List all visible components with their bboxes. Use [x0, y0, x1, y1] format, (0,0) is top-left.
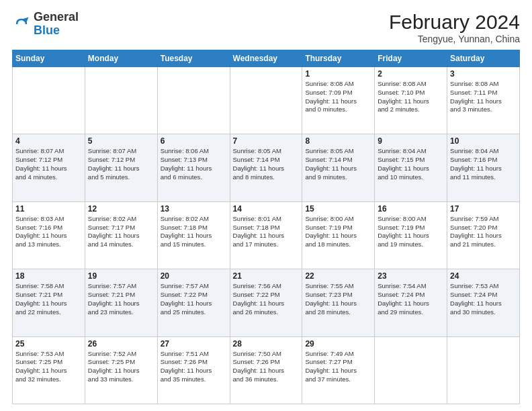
calendar-cell: 27Sunrise: 7:51 AM Sunset: 7:26 PM Dayli… [157, 336, 230, 404]
day-info: Sunrise: 7:53 AM Sunset: 7:25 PM Dayligh… [15, 350, 82, 384]
day-number: 9 [378, 136, 444, 146]
calendar-cell: 12Sunrise: 8:02 AM Sunset: 7:17 PM Dayli… [85, 201, 157, 269]
calendar-cell: 20Sunrise: 7:57 AM Sunset: 7:22 PM Dayli… [157, 269, 230, 336]
day-info: Sunrise: 7:57 AM Sunset: 7:21 PM Dayligh… [88, 282, 154, 316]
day-info: Sunrise: 8:05 AM Sunset: 7:14 PM Dayligh… [233, 147, 300, 181]
day-info: Sunrise: 7:53 AM Sunset: 7:24 PM Dayligh… [450, 282, 517, 316]
calendar-cell: 26Sunrise: 7:52 AM Sunset: 7:25 PM Dayli… [85, 336, 157, 404]
calendar-cell: 3Sunrise: 8:08 AM Sunset: 7:11 PM Daylig… [447, 67, 520, 134]
calendar-cell: 19Sunrise: 7:57 AM Sunset: 7:21 PM Dayli… [85, 269, 157, 336]
calendar-cell: 14Sunrise: 8:01 AM Sunset: 7:18 PM Dayli… [230, 201, 302, 269]
day-info: Sunrise: 7:59 AM Sunset: 7:20 PM Dayligh… [450, 215, 517, 249]
month-year: February 2024 [389, 11, 520, 34]
day-number: 5 [88, 136, 154, 146]
day-number: 23 [378, 271, 444, 281]
day-number: 17 [450, 204, 517, 214]
day-number: 25 [15, 339, 82, 349]
day-number: 8 [305, 136, 371, 146]
calendar-cell [375, 336, 447, 404]
logo: General Blue [12, 11, 79, 38]
calendar-cell: 2Sunrise: 8:08 AM Sunset: 7:10 PM Daylig… [375, 67, 447, 134]
calendar-cell: 9Sunrise: 8:04 AM Sunset: 7:15 PM Daylig… [375, 134, 447, 201]
day-number: 26 [88, 339, 154, 349]
day-number: 1 [305, 69, 371, 79]
calendar-cell: 15Sunrise: 8:00 AM Sunset: 7:19 PM Dayli… [302, 201, 375, 269]
day-number: 16 [378, 204, 444, 214]
day-info: Sunrise: 8:06 AM Sunset: 7:13 PM Dayligh… [161, 147, 227, 181]
day-number: 24 [450, 271, 517, 281]
calendar-cell [447, 336, 520, 404]
day-info: Sunrise: 7:54 AM Sunset: 7:24 PM Dayligh… [378, 282, 444, 316]
day-info: Sunrise: 8:04 AM Sunset: 7:15 PM Dayligh… [378, 147, 444, 181]
calendar-cell: 28Sunrise: 7:50 AM Sunset: 7:26 PM Dayli… [230, 336, 302, 404]
calendar-cell: 17Sunrise: 7:59 AM Sunset: 7:20 PM Dayli… [447, 201, 520, 269]
day-info: Sunrise: 8:00 AM Sunset: 7:19 PM Dayligh… [378, 215, 444, 249]
day-info: Sunrise: 7:56 AM Sunset: 7:22 PM Dayligh… [233, 282, 300, 316]
calendar-cell: 4Sunrise: 8:07 AM Sunset: 7:12 PM Daylig… [13, 134, 85, 201]
day-info: Sunrise: 7:51 AM Sunset: 7:26 PM Dayligh… [161, 350, 227, 384]
col-friday: Friday [375, 50, 447, 67]
day-number: 11 [15, 204, 82, 214]
day-number: 14 [233, 204, 300, 214]
day-number: 12 [88, 204, 154, 214]
day-info: Sunrise: 8:08 AM Sunset: 7:09 PM Dayligh… [305, 80, 371, 114]
day-number: 10 [450, 136, 517, 146]
col-monday: Monday [85, 50, 157, 67]
day-info: Sunrise: 7:52 AM Sunset: 7:25 PM Dayligh… [88, 350, 154, 384]
day-info: Sunrise: 8:08 AM Sunset: 7:11 PM Dayligh… [450, 80, 517, 114]
day-number: 13 [161, 204, 227, 214]
day-number: 20 [161, 271, 227, 281]
calendar-cell: 29Sunrise: 7:49 AM Sunset: 7:27 PM Dayli… [302, 336, 375, 404]
day-info: Sunrise: 8:01 AM Sunset: 7:18 PM Dayligh… [233, 215, 300, 249]
calendar-cell: 23Sunrise: 7:54 AM Sunset: 7:24 PM Dayli… [375, 269, 447, 336]
day-info: Sunrise: 8:08 AM Sunset: 7:10 PM Dayligh… [378, 80, 444, 114]
day-number: 2 [378, 69, 444, 79]
day-info: Sunrise: 8:04 AM Sunset: 7:16 PM Dayligh… [450, 147, 517, 181]
day-number: 29 [305, 339, 371, 349]
day-number: 19 [88, 271, 154, 281]
calendar-cell: 1Sunrise: 8:08 AM Sunset: 7:09 PM Daylig… [302, 67, 375, 134]
day-info: Sunrise: 7:55 AM Sunset: 7:23 PM Dayligh… [305, 282, 371, 316]
calendar-cell: 10Sunrise: 8:04 AM Sunset: 7:16 PM Dayli… [447, 134, 520, 201]
day-number: 7 [233, 136, 300, 146]
day-info: Sunrise: 7:58 AM Sunset: 7:21 PM Dayligh… [15, 282, 82, 316]
calendar-cell [13, 67, 85, 134]
col-tuesday: Tuesday [157, 50, 230, 67]
calendar-cell: 22Sunrise: 7:55 AM Sunset: 7:23 PM Dayli… [302, 269, 375, 336]
calendar-table: Sunday Monday Tuesday Wednesday Thursday… [12, 50, 520, 404]
day-number: 3 [450, 69, 517, 79]
day-info: Sunrise: 8:07 AM Sunset: 7:12 PM Dayligh… [88, 147, 154, 181]
day-number: 4 [15, 136, 82, 146]
calendar-cell: 25Sunrise: 7:53 AM Sunset: 7:25 PM Dayli… [13, 336, 85, 404]
calendar-cell [85, 67, 157, 134]
calendar-cell: 6Sunrise: 8:06 AM Sunset: 7:13 PM Daylig… [157, 134, 230, 201]
calendar-cell [230, 67, 302, 134]
calendar-cell: 8Sunrise: 8:05 AM Sunset: 7:14 PM Daylig… [302, 134, 375, 201]
day-info: Sunrise: 7:57 AM Sunset: 7:22 PM Dayligh… [161, 282, 227, 316]
day-info: Sunrise: 8:07 AM Sunset: 7:12 PM Dayligh… [15, 147, 82, 181]
title-block: February 2024 Tengyue, Yunnan, China [389, 11, 520, 44]
day-info: Sunrise: 7:50 AM Sunset: 7:26 PM Dayligh… [233, 350, 300, 384]
col-thursday: Thursday [302, 50, 375, 67]
calendar-cell: 13Sunrise: 8:02 AM Sunset: 7:18 PM Dayli… [157, 201, 230, 269]
location: Tengyue, Yunnan, China [389, 34, 520, 44]
col-sunday: Sunday [13, 50, 85, 67]
day-number: 21 [233, 271, 300, 281]
calendar-cell: 16Sunrise: 8:00 AM Sunset: 7:19 PM Dayli… [375, 201, 447, 269]
day-info: Sunrise: 8:02 AM Sunset: 7:18 PM Dayligh… [161, 215, 227, 249]
day-info: Sunrise: 8:00 AM Sunset: 7:19 PM Dayligh… [305, 215, 371, 249]
col-wednesday: Wednesday [230, 50, 302, 67]
calendar-cell: 18Sunrise: 7:58 AM Sunset: 7:21 PM Dayli… [13, 269, 85, 336]
day-info: Sunrise: 8:03 AM Sunset: 7:16 PM Dayligh… [15, 215, 82, 249]
logo-general-text: General [34, 10, 79, 24]
calendar-cell [157, 67, 230, 134]
day-number: 18 [15, 271, 82, 281]
calendar-cell: 5Sunrise: 8:07 AM Sunset: 7:12 PM Daylig… [85, 134, 157, 201]
calendar-cell: 21Sunrise: 7:56 AM Sunset: 7:22 PM Dayli… [230, 269, 302, 336]
page-header: General Blue February 2024 Tengyue, Yunn… [12, 11, 520, 44]
logo-icon [12, 15, 31, 34]
calendar-header-row: Sunday Monday Tuesday Wednesday Thursday… [13, 50, 520, 67]
day-number: 22 [305, 271, 371, 281]
col-saturday: Saturday [447, 50, 520, 67]
day-number: 27 [161, 339, 227, 349]
